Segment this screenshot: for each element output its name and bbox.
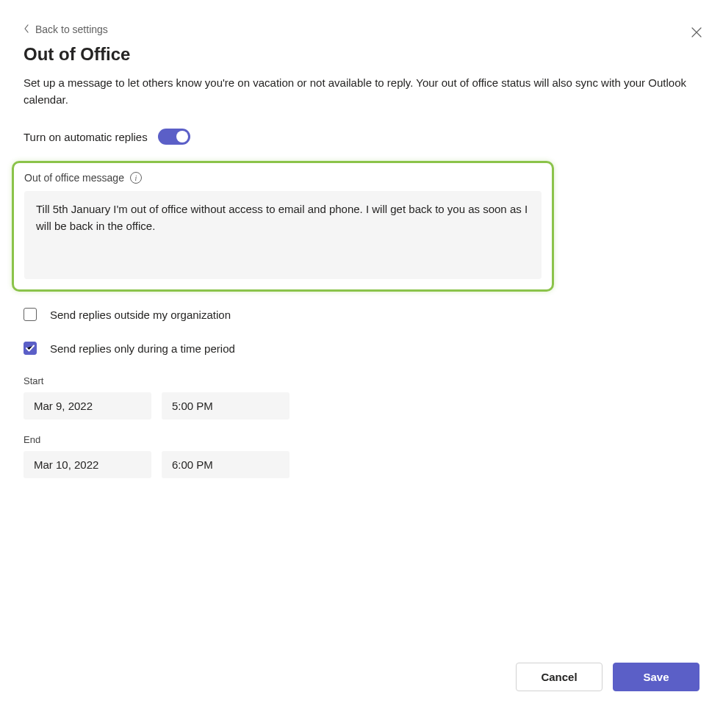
time-period-label: Send replies only during a time period <box>50 342 235 355</box>
time-period-checkbox[interactable] <box>24 342 37 355</box>
send-outside-org-checkbox[interactable] <box>24 308 37 321</box>
out-of-office-message-input[interactable]: Till 5th January I'm out of office witho… <box>24 191 542 279</box>
back-to-settings-link[interactable]: Back to settings <box>24 24 108 35</box>
chevron-left-icon <box>24 24 29 35</box>
close-button[interactable] <box>691 26 702 41</box>
end-label: End <box>24 434 699 445</box>
page-title: Out of Office <box>24 44 699 65</box>
close-icon <box>691 26 702 38</box>
start-time-input[interactable] <box>162 392 289 419</box>
toggle-knob <box>176 131 188 143</box>
info-icon[interactable]: i <box>130 172 142 184</box>
send-outside-org-label: Send replies outside my organization <box>50 309 231 321</box>
save-button[interactable]: Save <box>613 663 699 691</box>
start-date-input[interactable] <box>24 392 151 419</box>
message-highlight-box: Out of office message i Till 5th January… <box>12 161 554 292</box>
message-field-label: Out of office message <box>24 172 124 184</box>
cancel-button[interactable]: Cancel <box>516 663 602 691</box>
auto-replies-toggle-label: Turn on automatic replies <box>24 131 148 143</box>
page-description: Set up a message to let others know you'… <box>24 75 699 108</box>
back-link-label: Back to settings <box>35 24 108 35</box>
end-date-input[interactable] <box>24 451 151 478</box>
checkmark-icon <box>26 345 35 352</box>
auto-replies-toggle[interactable] <box>158 129 190 145</box>
end-time-input[interactable] <box>162 451 289 478</box>
start-label: Start <box>24 375 699 386</box>
